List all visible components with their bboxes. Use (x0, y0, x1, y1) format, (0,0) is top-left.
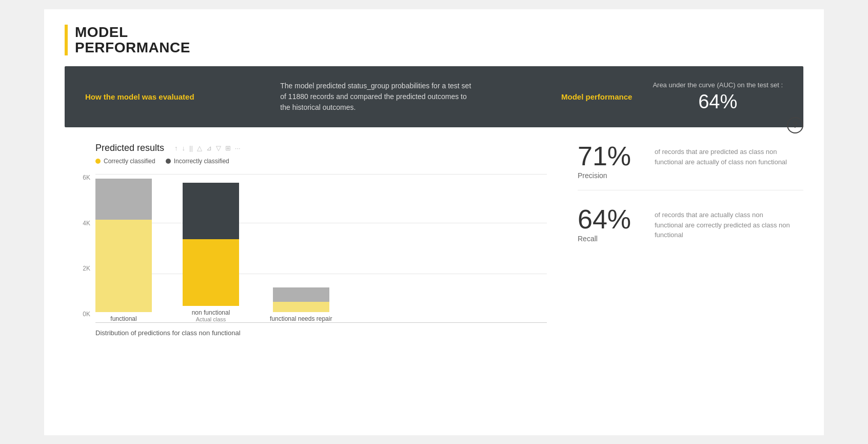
legend-incorrectly-classified: Incorrectly classified (166, 158, 229, 165)
precision-description: of records that are predicted as class n… (655, 143, 793, 167)
recall-description: of records that are actually class non f… (655, 206, 793, 240)
bar-functional: functional (95, 179, 152, 322)
chart-toolbar[interactable]: ↑ ↓ || △ ⊿ ▽ ⊞ ··· (174, 144, 241, 152)
bar-needs-repair-incorrect (273, 287, 329, 302)
bar-needs-repair: functional needs repair (270, 287, 332, 322)
chart-header: Predicted results ↑ ↓ || △ ⊿ ▽ ⊞ ··· (95, 143, 547, 153)
bar-non-functional-stack (183, 183, 239, 306)
bar-needs-repair-stack (273, 287, 329, 312)
precision-value: 71% (578, 143, 644, 169)
banner-right: Model performance Area under the curve (… (561, 81, 783, 113)
how-evaluated-label: How the model was evaluated (85, 92, 194, 101)
chart-wrapper: 6K 4K 2K 0K (65, 174, 547, 323)
bar-functional-incorrect (95, 179, 152, 220)
chart-title: Predicted results (95, 143, 164, 153)
banner-description: The model predicted status_group probabi… (280, 81, 475, 113)
page-container: MODEL PERFORMANCE How the model was eval… (44, 9, 824, 435)
incorrect-label: Incorrectly classified (174, 158, 229, 165)
grid-line-top (95, 174, 547, 175)
y-axis: 6K 4K 2K 0K (65, 174, 90, 318)
metrics-section: ? 71% Precision of records that are pred… (557, 143, 803, 337)
y-label-6k: 6K (65, 174, 90, 181)
bar-functional-stack (95, 179, 152, 312)
bar-functional-label: functional (110, 315, 136, 322)
bar-functional-correct (95, 220, 152, 312)
legend-correctly-classified: Correctly classified (95, 158, 155, 165)
pin-icon[interactable]: ⊿ (206, 144, 212, 152)
precision-name: Precision (578, 171, 644, 180)
y-label-0k: 0K (65, 311, 90, 318)
recall-name: Recall (578, 235, 644, 243)
recall-block: 64% Recall of records that are actually … (578, 206, 803, 253)
chart-bottom-label: Distribution of predictions for class no… (95, 329, 547, 337)
auc-value: 64% (653, 91, 783, 113)
more-icon[interactable]: ··· (235, 144, 241, 152)
table-icon[interactable]: ⊞ (225, 144, 231, 152)
column-icon[interactable]: || (189, 144, 193, 152)
sort-asc-icon[interactable]: ↑ (174, 144, 178, 152)
bar-non-functional-incorrect (183, 183, 239, 239)
sort-desc-icon[interactable]: ↓ (182, 144, 186, 152)
incorrect-dot (166, 159, 171, 164)
recall-left: 64% Recall (578, 206, 644, 243)
model-performance-label: Model performance (561, 92, 632, 101)
correct-dot (95, 159, 101, 164)
auc-section: Area under the curve (AUC) on the test s… (653, 81, 783, 113)
y-label-4k: 4K (65, 220, 90, 227)
recall-value: 64% (578, 206, 644, 233)
help-button[interactable]: ? (787, 117, 803, 133)
main-content: Predicted results ↑ ↓ || △ ⊿ ▽ ⊞ ··· Cor… (65, 143, 803, 337)
grid-line-2k (95, 274, 547, 274)
info-banner: How the model was evaluated The model pr… (65, 66, 803, 127)
precision-block: 71% Precision of records that are predic… (578, 143, 803, 190)
correct-label: Correctly classified (104, 158, 155, 165)
bar-needs-repair-correct (273, 302, 329, 312)
header: MODEL PERFORMANCE (65, 25, 803, 56)
bar-non-functional-sublabel: Actual class (196, 316, 226, 322)
chart-legend: Correctly classified Incorrectly classif… (95, 158, 547, 165)
grid-line-4k (95, 223, 547, 223)
bar-non-functional-label: non functional (192, 309, 230, 316)
auc-label: Area under the curve (AUC) on the test s… (653, 81, 783, 89)
page-title: MODEL PERFORMANCE (75, 25, 190, 56)
precision-left: 71% Precision (578, 143, 644, 180)
header-accent-bar (65, 25, 68, 55)
chart-section: Predicted results ↑ ↓ || △ ⊿ ▽ ⊞ ··· Cor… (65, 143, 557, 337)
y-label-2k: 2K (65, 265, 90, 272)
bar-needs-repair-label: functional needs repair (270, 315, 332, 322)
bar-non-functional: non functional Actual class (183, 183, 239, 322)
bar-non-functional-correct (183, 239, 239, 306)
funnel-icon[interactable]: ▽ (216, 144, 221, 152)
filter-icon[interactable]: △ (197, 144, 202, 152)
bars-area: functional non functional Actual class (95, 174, 547, 323)
